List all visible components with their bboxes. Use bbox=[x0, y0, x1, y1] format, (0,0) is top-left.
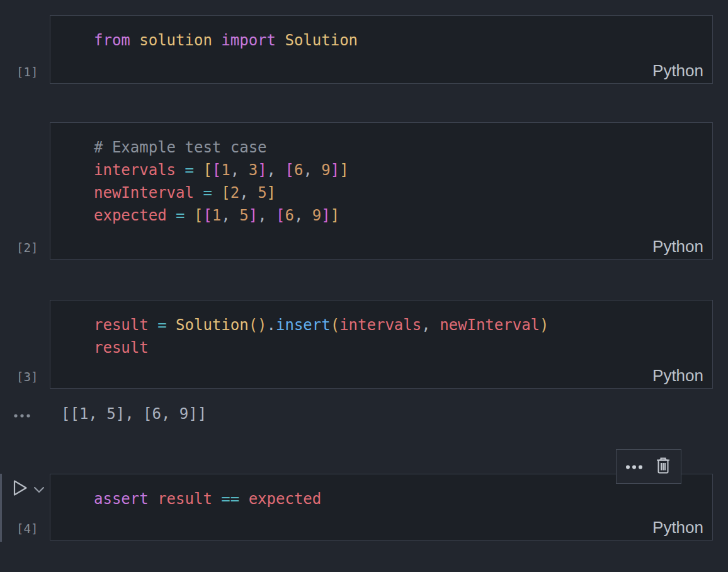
play-icon bbox=[12, 488, 28, 499]
code-token: , bbox=[230, 161, 249, 179]
code-token: 1 bbox=[221, 161, 230, 179]
code-token: 1 bbox=[212, 207, 221, 224]
code-token: 5 bbox=[258, 184, 266, 202]
language-picker[interactable]: Python bbox=[652, 237, 703, 256]
code-token bbox=[212, 31, 221, 49]
code-token bbox=[212, 490, 221, 508]
code-token: 5 bbox=[239, 207, 248, 224]
code-token: = bbox=[185, 161, 194, 179]
code-token: [ bbox=[203, 161, 212, 179]
code-token: = bbox=[203, 184, 212, 202]
code-token: result bbox=[157, 490, 212, 508]
chevron-down-icon bbox=[33, 485, 45, 496]
code-token: expected bbox=[249, 490, 322, 508]
code-line: expected = [[1, 5], [6, 9]] bbox=[94, 204, 712, 227]
code-token: 6 bbox=[294, 161, 303, 179]
code-editor[interactable]: assert result == expected bbox=[50, 474, 712, 510]
code-token: , bbox=[303, 161, 321, 179]
code-token bbox=[212, 184, 221, 202]
focused-cell-indicator bbox=[0, 474, 2, 542]
trash-icon bbox=[656, 457, 671, 477]
code-token: 6 bbox=[285, 207, 293, 224]
code-line: from solution import Solution bbox=[94, 29, 712, 52]
code-cell-3: result = Solution().insert(intervals, ne… bbox=[50, 300, 713, 389]
code-token: , bbox=[258, 207, 276, 224]
code-token: = bbox=[176, 207, 185, 224]
code-token bbox=[167, 207, 176, 224]
execution-count: [3] bbox=[16, 370, 38, 384]
language-picker[interactable]: Python bbox=[652, 61, 703, 81]
notebook: from solution import Solution Python [1]… bbox=[0, 0, 728, 572]
code-token: Solution bbox=[176, 316, 249, 334]
code-cell-2: # Example test caseintervals = [[1, 3], … bbox=[50, 122, 713, 260]
code-token: expected bbox=[94, 207, 167, 224]
code-token: ] bbox=[331, 207, 339, 224]
code-token: ] bbox=[267, 184, 276, 202]
code-token: ] bbox=[258, 161, 266, 179]
language-picker[interactable]: Python bbox=[652, 518, 703, 537]
language-picker[interactable]: Python bbox=[652, 366, 703, 386]
code-token bbox=[130, 31, 139, 49]
code-token: 9 bbox=[312, 207, 321, 224]
code-token bbox=[276, 31, 285, 49]
code-line: assert result == expected bbox=[94, 488, 712, 510]
code-token: assert bbox=[94, 490, 149, 508]
output-ellipsis-icon[interactable] bbox=[13, 409, 31, 421]
code-editor[interactable]: result = Solution().insert(intervals, ne… bbox=[50, 300, 712, 359]
code-token: ( bbox=[249, 316, 258, 334]
code-line: result = Solution().insert(intervals, ne… bbox=[94, 314, 712, 336]
execution-count: [1] bbox=[16, 65, 38, 79]
code-token: [ bbox=[194, 207, 203, 224]
code-token: intervals bbox=[339, 316, 421, 334]
code-editor[interactable]: # Example test caseintervals = [[1, 3], … bbox=[50, 123, 712, 227]
code-token: ] bbox=[331, 161, 339, 179]
run-options-button[interactable] bbox=[33, 485, 45, 496]
code-token: [ bbox=[203, 207, 212, 224]
code-token: [ bbox=[221, 184, 230, 202]
code-token: ) bbox=[540, 316, 549, 334]
code-token bbox=[176, 161, 185, 179]
code-token: = bbox=[157, 316, 166, 334]
code-editor[interactable]: from solution import Solution bbox=[50, 16, 712, 52]
more-actions-button[interactable] bbox=[623, 454, 646, 479]
code-token: [ bbox=[285, 161, 293, 179]
code-line: intervals = [[1, 3], [6, 9]] bbox=[94, 159, 712, 181]
code-token bbox=[185, 207, 194, 224]
code-token: newInterval bbox=[440, 316, 540, 334]
code-token bbox=[194, 184, 203, 202]
code-token: ) bbox=[258, 316, 266, 334]
code-token: 2 bbox=[230, 184, 239, 202]
cell-output-text: [[1, 5], [6, 9]] bbox=[61, 403, 207, 425]
code-token: ] bbox=[249, 207, 258, 224]
code-token: [ bbox=[276, 207, 285, 224]
code-cell-4: assert result == expected Python bbox=[50, 474, 713, 541]
code-token: result bbox=[94, 316, 149, 334]
code-token: newInterval bbox=[94, 184, 194, 202]
code-token: Solution bbox=[285, 31, 358, 49]
code-token: ] bbox=[339, 161, 348, 179]
code-token bbox=[239, 490, 248, 508]
code-token: from bbox=[94, 31, 130, 49]
code-token bbox=[149, 490, 157, 508]
cell-toolbar bbox=[616, 449, 681, 484]
run-cell-button[interactable] bbox=[12, 479, 28, 500]
code-token: 3 bbox=[249, 161, 258, 179]
code-token: # Example test case bbox=[94, 139, 267, 156]
delete-cell-button[interactable] bbox=[652, 454, 674, 479]
code-token: , bbox=[239, 184, 258, 202]
code-token: , bbox=[421, 316, 440, 334]
code-token: ( bbox=[331, 316, 339, 334]
code-token bbox=[167, 316, 176, 334]
code-line: newInterval = [2, 5] bbox=[94, 181, 712, 204]
ellipsis-icon bbox=[625, 461, 644, 472]
code-token: , bbox=[267, 161, 285, 179]
code-cell-1: from solution import Solution Python bbox=[50, 15, 713, 84]
code-token: insert bbox=[276, 316, 331, 334]
execution-count: [2] bbox=[16, 241, 38, 255]
code-token: 9 bbox=[321, 161, 330, 179]
code-token: == bbox=[221, 490, 239, 508]
code-token: , bbox=[221, 207, 239, 224]
code-token: ] bbox=[321, 207, 330, 224]
code-token bbox=[194, 161, 203, 179]
code-token: [ bbox=[212, 161, 221, 179]
